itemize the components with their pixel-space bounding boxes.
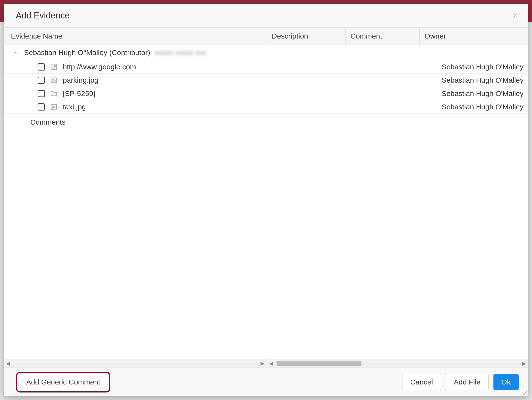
cancel-button[interactable]: Cancel: [402, 374, 441, 390]
close-icon[interactable]: [512, 11, 519, 20]
image-icon: [50, 76, 58, 84]
scrollbar-right[interactable]: ◀ ▶: [267, 359, 528, 368]
image-icon: [50, 103, 58, 111]
table-row[interactable]: parking.jpg Sebastian Hugh O'Malley: [4, 74, 528, 87]
comments-label: Comments: [4, 114, 267, 131]
row-checkbox[interactable]: [38, 77, 45, 84]
group-label: Sebastian Hugh O''Malley (Contributor): [24, 48, 150, 57]
cell-comment: [346, 64, 420, 69]
svg-point-6: [52, 106, 53, 107]
cell-comment: [346, 78, 420, 83]
table-row[interactable]: http://www.google.com Sebastian Hugh O'M…: [4, 60, 528, 74]
cell-owner: Sebastian Hugh O'Malley: [420, 60, 528, 73]
cell-description: [267, 64, 346, 69]
evidence-name: parking.jpg: [63, 76, 98, 84]
resize-grip-icon[interactable]: [522, 390, 527, 395]
redacted-text: xxxxx xxxxx xxx: [155, 48, 206, 57]
column-header-comment[interactable]: Comment: [346, 28, 420, 45]
cell-owner: Sebastian Hugh O'Malley: [420, 87, 528, 100]
scroll-left-icon[interactable]: ◀: [269, 360, 273, 366]
cell-comment: [346, 91, 420, 96]
evidence-name: taxi.jpg: [63, 103, 86, 111]
cell-comment: [346, 104, 420, 109]
add-evidence-modal: Add Evidence Evidence Name Description C…: [4, 4, 528, 396]
cell-description: [267, 78, 346, 83]
scroll-right-icon[interactable]: ▶: [522, 360, 526, 366]
column-header-description[interactable]: Description: [267, 28, 346, 45]
row-checkbox[interactable]: [38, 63, 45, 71]
modal-footer: Add Generic Comment Cancel Add File Ok: [4, 368, 528, 396]
cell-description: [267, 104, 346, 109]
table-header: Evidence Name Description Comment Owner: [4, 28, 528, 45]
table-row[interactable]: taxi.jpg Sebastian Hugh O'Malley: [4, 100, 528, 114]
add-generic-comment-button[interactable]: Add Generic Comment: [18, 374, 108, 390]
evidence-name: [SP-5259]: [63, 89, 95, 98]
group-row[interactable]: Sebastian Hugh O''Malley (Contributor) x…: [4, 45, 528, 60]
scrollbar-left[interactable]: ◀ ▶: [4, 359, 267, 368]
svg-line-9: [526, 394, 527, 395]
scroll-thumb[interactable]: [277, 361, 361, 366]
cell-description: [267, 91, 346, 96]
comments-row[interactable]: Comments: [4, 114, 528, 131]
modal-title: Add Evidence: [16, 10, 70, 21]
scroll-left-icon[interactable]: ◀: [6, 360, 10, 366]
svg-point-4: [52, 79, 53, 80]
horizontal-scrollbar-area: ◀ ▶ ◀ ▶: [4, 359, 528, 368]
cell-owner: Sebastian Hugh O'Malley: [420, 74, 528, 87]
evidence-name: http://www.google.com: [63, 63, 136, 71]
column-header-name[interactable]: Evidence Name: [4, 28, 267, 45]
cell-owner: Sebastian Hugh O'Malley: [420, 100, 528, 113]
add-file-button[interactable]: Add File: [446, 374, 489, 390]
evidence-table: Evidence Name Description Comment Owner …: [4, 28, 528, 368]
column-header-owner[interactable]: Owner: [420, 28, 528, 45]
table-row[interactable]: [SP-5259] Sebastian Hugh O'Malley: [4, 87, 528, 100]
modal-header: Add Evidence: [4, 4, 528, 28]
external-link-icon: [50, 63, 58, 71]
scroll-right-icon[interactable]: ▶: [261, 360, 264, 366]
table-body: Sebastian Hugh O''Malley (Contributor) x…: [4, 45, 528, 359]
ok-button[interactable]: Ok: [493, 374, 519, 390]
row-checkbox[interactable]: [38, 103, 45, 111]
chevron-down-icon[interactable]: [13, 50, 19, 56]
row-checkbox[interactable]: [38, 90, 45, 97]
folder-icon: [50, 89, 58, 98]
